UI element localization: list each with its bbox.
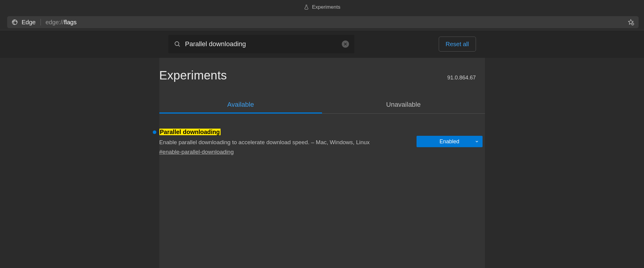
search-box[interactable]	[168, 35, 354, 53]
flag-anchor-link[interactable]: #enable-parallel-downloading	[159, 149, 234, 155]
tab-available[interactable]: Available	[159, 97, 322, 113]
search-input[interactable]	[185, 40, 338, 48]
flag-tabs: Available Unavailable	[159, 97, 485, 114]
modified-indicator-icon	[153, 130, 156, 134]
address-path: flags	[64, 19, 77, 25]
flag-description: Enable parallel downloading to accelerat…	[159, 138, 405, 146]
add-favorite-icon[interactable]	[627, 19, 634, 26]
tab-unavailable[interactable]: Unavailable	[322, 97, 485, 113]
reset-all-button[interactable]: Reset all	[439, 37, 476, 52]
address-scheme: edge://	[46, 19, 64, 25]
address-divider	[41, 19, 41, 25]
close-icon	[343, 42, 348, 46]
address-identity-label: Edge	[22, 19, 36, 26]
flags-header: Reset all	[0, 30, 644, 58]
clear-search-button[interactable]	[342, 40, 349, 48]
svg-point-2	[175, 42, 179, 46]
browser-tab-strip: Experiments	[0, 0, 644, 14]
flask-icon	[304, 4, 309, 10]
address-url: edge://flags	[46, 19, 77, 26]
content-panel: Experiments 91.0.864.67 Available Unavai…	[159, 58, 485, 268]
flag-title: Parallel downloading	[159, 129, 221, 135]
search-icon	[174, 40, 181, 48]
version-label: 91.0.864.67	[447, 75, 476, 81]
browser-tab-title: Experiments	[312, 4, 340, 10]
edge-logo-icon	[11, 19, 18, 25]
flag-entry: Parallel downloading Enable parallel dow…	[159, 129, 485, 155]
flag-list: Parallel downloading Enable parallel dow…	[159, 114, 485, 155]
flags-main: Experiments 91.0.864.67 Available Unavai…	[0, 58, 644, 268]
address-bar-row: Edge edge://flags	[0, 14, 644, 30]
chevron-down-icon	[475, 139, 479, 144]
page-title: Experiments	[159, 69, 227, 82]
flag-state-select[interactable]: Enabled	[417, 136, 483, 147]
address-bar[interactable]: Edge edge://flags	[7, 16, 639, 28]
svg-point-0	[12, 20, 17, 25]
flag-state-value: Enabled	[439, 138, 459, 145]
browser-tab[interactable]: Experiments	[304, 4, 340, 10]
